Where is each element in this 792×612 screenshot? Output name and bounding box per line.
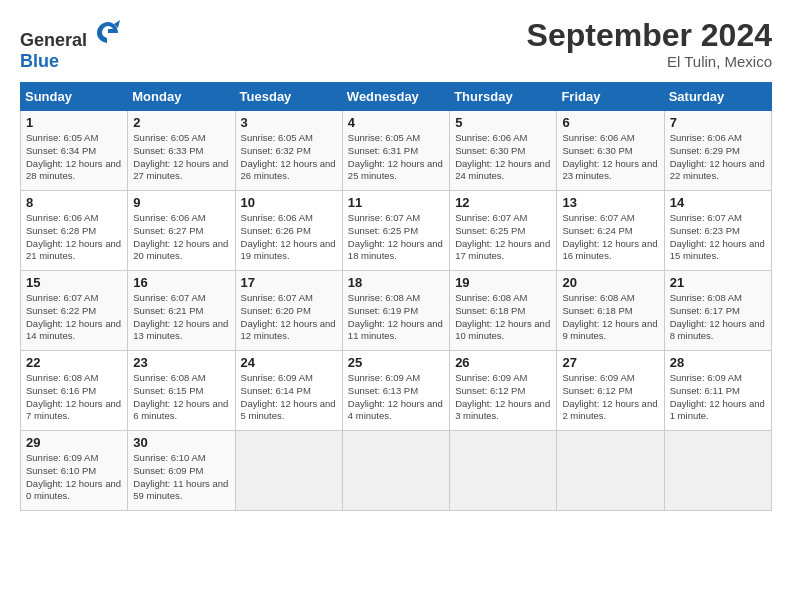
calendar-cell: 11Sunrise: 6:07 AMSunset: 6:25 PMDayligh…: [342, 191, 449, 271]
title-block: September 2024 El Tulin, Mexico: [527, 18, 772, 70]
day-number: 28: [670, 355, 766, 370]
calendar-cell: 12Sunrise: 6:07 AMSunset: 6:25 PMDayligh…: [450, 191, 557, 271]
calendar-cell: 5Sunrise: 6:06 AMSunset: 6:30 PMDaylight…: [450, 111, 557, 191]
cell-content: Sunrise: 6:06 AMSunset: 6:26 PMDaylight:…: [241, 212, 336, 261]
day-number: 24: [241, 355, 337, 370]
cell-content: Sunrise: 6:05 AMSunset: 6:34 PMDaylight:…: [26, 132, 121, 181]
location: El Tulin, Mexico: [527, 53, 772, 70]
cell-content: Sunrise: 6:06 AMSunset: 6:29 PMDaylight:…: [670, 132, 765, 181]
calendar-cell: [557, 431, 664, 511]
day-number: 19: [455, 275, 551, 290]
day-number: 20: [562, 275, 658, 290]
page: General Blue September 2024 El Tulin, Me…: [0, 0, 792, 521]
calendar-cell: 20Sunrise: 6:08 AMSunset: 6:18 PMDayligh…: [557, 271, 664, 351]
cell-content: Sunrise: 6:08 AMSunset: 6:16 PMDaylight:…: [26, 372, 121, 421]
cell-content: Sunrise: 6:09 AMSunset: 6:10 PMDaylight:…: [26, 452, 121, 501]
day-number: 21: [670, 275, 766, 290]
header-cell-tuesday: Tuesday: [235, 83, 342, 111]
cell-content: Sunrise: 6:07 AMSunset: 6:24 PMDaylight:…: [562, 212, 657, 261]
day-number: 23: [133, 355, 229, 370]
calendar-cell: 23Sunrise: 6:08 AMSunset: 6:15 PMDayligh…: [128, 351, 235, 431]
header-row: SundayMondayTuesdayWednesdayThursdayFrid…: [21, 83, 772, 111]
cell-content: Sunrise: 6:07 AMSunset: 6:20 PMDaylight:…: [241, 292, 336, 341]
day-number: 11: [348, 195, 444, 210]
cell-content: Sunrise: 6:08 AMSunset: 6:19 PMDaylight:…: [348, 292, 443, 341]
logo-icon: [94, 18, 122, 46]
day-number: 22: [26, 355, 122, 370]
calendar-cell: [235, 431, 342, 511]
calendar-cell: 4Sunrise: 6:05 AMSunset: 6:31 PMDaylight…: [342, 111, 449, 191]
day-number: 17: [241, 275, 337, 290]
calendar-cell: 28Sunrise: 6:09 AMSunset: 6:11 PMDayligh…: [664, 351, 771, 431]
day-number: 1: [26, 115, 122, 130]
logo: General Blue: [20, 18, 122, 72]
day-number: 29: [26, 435, 122, 450]
day-number: 4: [348, 115, 444, 130]
calendar-cell: 19Sunrise: 6:08 AMSunset: 6:18 PMDayligh…: [450, 271, 557, 351]
cell-content: Sunrise: 6:08 AMSunset: 6:18 PMDaylight:…: [562, 292, 657, 341]
calendar-cell: 18Sunrise: 6:08 AMSunset: 6:19 PMDayligh…: [342, 271, 449, 351]
day-number: 7: [670, 115, 766, 130]
day-number: 13: [562, 195, 658, 210]
cell-content: Sunrise: 6:05 AMSunset: 6:31 PMDaylight:…: [348, 132, 443, 181]
cell-content: Sunrise: 6:09 AMSunset: 6:14 PMDaylight:…: [241, 372, 336, 421]
month-title: September 2024: [527, 18, 772, 53]
calendar-cell: 6Sunrise: 6:06 AMSunset: 6:30 PMDaylight…: [557, 111, 664, 191]
calendar-cell: 2Sunrise: 6:05 AMSunset: 6:33 PMDaylight…: [128, 111, 235, 191]
day-number: 9: [133, 195, 229, 210]
day-number: 3: [241, 115, 337, 130]
cell-content: Sunrise: 6:07 AMSunset: 6:21 PMDaylight:…: [133, 292, 228, 341]
header-cell-wednesday: Wednesday: [342, 83, 449, 111]
cell-content: Sunrise: 6:07 AMSunset: 6:22 PMDaylight:…: [26, 292, 121, 341]
day-number: 16: [133, 275, 229, 290]
header-cell-monday: Monday: [128, 83, 235, 111]
calendar-cell: 22Sunrise: 6:08 AMSunset: 6:16 PMDayligh…: [21, 351, 128, 431]
day-number: 2: [133, 115, 229, 130]
cell-content: Sunrise: 6:07 AMSunset: 6:25 PMDaylight:…: [455, 212, 550, 261]
header-cell-saturday: Saturday: [664, 83, 771, 111]
day-number: 14: [670, 195, 766, 210]
header-cell-thursday: Thursday: [450, 83, 557, 111]
calendar-cell: 25Sunrise: 6:09 AMSunset: 6:13 PMDayligh…: [342, 351, 449, 431]
header: General Blue September 2024 El Tulin, Me…: [20, 18, 772, 72]
calendar-cell: 24Sunrise: 6:09 AMSunset: 6:14 PMDayligh…: [235, 351, 342, 431]
logo-blue: Blue: [20, 51, 59, 71]
calendar-cell: [342, 431, 449, 511]
calendar-cell: 14Sunrise: 6:07 AMSunset: 6:23 PMDayligh…: [664, 191, 771, 271]
cell-content: Sunrise: 6:08 AMSunset: 6:18 PMDaylight:…: [455, 292, 550, 341]
calendar-cell: 9Sunrise: 6:06 AMSunset: 6:27 PMDaylight…: [128, 191, 235, 271]
cell-content: Sunrise: 6:09 AMSunset: 6:11 PMDaylight:…: [670, 372, 765, 421]
calendar-cell: 7Sunrise: 6:06 AMSunset: 6:29 PMDaylight…: [664, 111, 771, 191]
calendar-row: 8Sunrise: 6:06 AMSunset: 6:28 PMDaylight…: [21, 191, 772, 271]
calendar-cell: 10Sunrise: 6:06 AMSunset: 6:26 PMDayligh…: [235, 191, 342, 271]
day-number: 5: [455, 115, 551, 130]
cell-content: Sunrise: 6:07 AMSunset: 6:25 PMDaylight:…: [348, 212, 443, 261]
calendar-cell: 15Sunrise: 6:07 AMSunset: 6:22 PMDayligh…: [21, 271, 128, 351]
cell-content: Sunrise: 6:06 AMSunset: 6:30 PMDaylight:…: [455, 132, 550, 181]
day-number: 6: [562, 115, 658, 130]
cell-content: Sunrise: 6:06 AMSunset: 6:27 PMDaylight:…: [133, 212, 228, 261]
cell-content: Sunrise: 6:08 AMSunset: 6:17 PMDaylight:…: [670, 292, 765, 341]
header-cell-friday: Friday: [557, 83, 664, 111]
calendar-cell: 27Sunrise: 6:09 AMSunset: 6:12 PMDayligh…: [557, 351, 664, 431]
calendar-row: 15Sunrise: 6:07 AMSunset: 6:22 PMDayligh…: [21, 271, 772, 351]
day-number: 8: [26, 195, 122, 210]
cell-content: Sunrise: 6:08 AMSunset: 6:15 PMDaylight:…: [133, 372, 228, 421]
calendar-row: 22Sunrise: 6:08 AMSunset: 6:16 PMDayligh…: [21, 351, 772, 431]
calendar-cell: 1Sunrise: 6:05 AMSunset: 6:34 PMDaylight…: [21, 111, 128, 191]
day-number: 26: [455, 355, 551, 370]
logo-text: General Blue: [20, 18, 122, 72]
day-number: 25: [348, 355, 444, 370]
calendar-cell: 30Sunrise: 6:10 AMSunset: 6:09 PMDayligh…: [128, 431, 235, 511]
day-number: 15: [26, 275, 122, 290]
calendar-row: 1Sunrise: 6:05 AMSunset: 6:34 PMDaylight…: [21, 111, 772, 191]
cell-content: Sunrise: 6:10 AMSunset: 6:09 PMDaylight:…: [133, 452, 228, 501]
calendar-cell: 17Sunrise: 6:07 AMSunset: 6:20 PMDayligh…: [235, 271, 342, 351]
calendar-cell: 8Sunrise: 6:06 AMSunset: 6:28 PMDaylight…: [21, 191, 128, 271]
cell-content: Sunrise: 6:09 AMSunset: 6:12 PMDaylight:…: [455, 372, 550, 421]
calendar-cell: [664, 431, 771, 511]
calendar-row: 29Sunrise: 6:09 AMSunset: 6:10 PMDayligh…: [21, 431, 772, 511]
cell-content: Sunrise: 6:06 AMSunset: 6:30 PMDaylight:…: [562, 132, 657, 181]
cell-content: Sunrise: 6:09 AMSunset: 6:12 PMDaylight:…: [562, 372, 657, 421]
calendar-table: SundayMondayTuesdayWednesdayThursdayFrid…: [20, 82, 772, 511]
